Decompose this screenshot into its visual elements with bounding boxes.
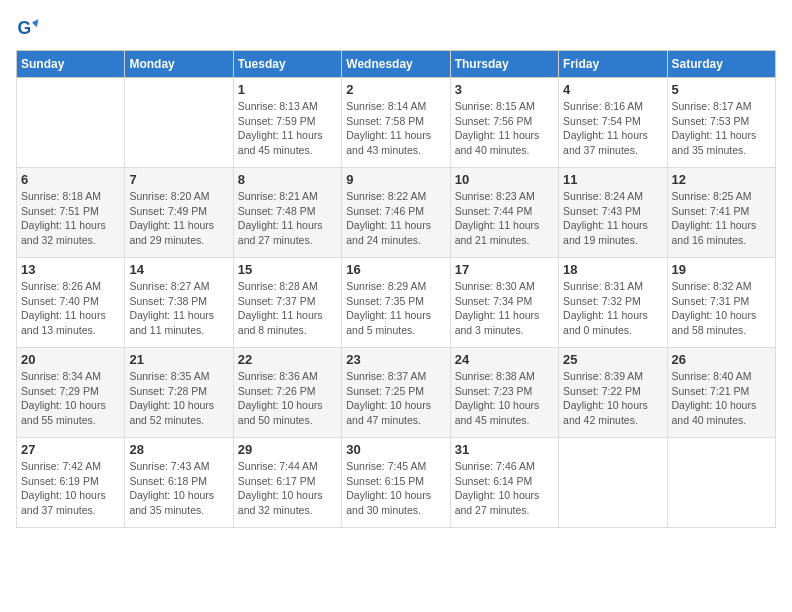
calendar-week-row: 1Sunrise: 8:13 AM Sunset: 7:59 PM Daylig… — [17, 78, 776, 168]
calendar-cell: 26Sunrise: 8:40 AM Sunset: 7:21 PM Dayli… — [667, 348, 775, 438]
day-info: Sunrise: 8:21 AM Sunset: 7:48 PM Dayligh… — [238, 189, 337, 248]
calendar-cell: 18Sunrise: 8:31 AM Sunset: 7:32 PM Dayli… — [559, 258, 667, 348]
day-number: 14 — [129, 262, 228, 277]
calendar-body: 1Sunrise: 8:13 AM Sunset: 7:59 PM Daylig… — [17, 78, 776, 528]
calendar-header-cell: Monday — [125, 51, 233, 78]
calendar-header-cell: Tuesday — [233, 51, 341, 78]
calendar-week-row: 20Sunrise: 8:34 AM Sunset: 7:29 PM Dayli… — [17, 348, 776, 438]
day-number: 7 — [129, 172, 228, 187]
day-number: 9 — [346, 172, 445, 187]
calendar-cell: 7Sunrise: 8:20 AM Sunset: 7:49 PM Daylig… — [125, 168, 233, 258]
day-info: Sunrise: 8:16 AM Sunset: 7:54 PM Dayligh… — [563, 99, 662, 158]
calendar-week-row: 13Sunrise: 8:26 AM Sunset: 7:40 PM Dayli… — [17, 258, 776, 348]
calendar-cell — [17, 78, 125, 168]
day-info: Sunrise: 8:40 AM Sunset: 7:21 PM Dayligh… — [672, 369, 771, 428]
day-info: Sunrise: 7:45 AM Sunset: 6:15 PM Dayligh… — [346, 459, 445, 518]
day-info: Sunrise: 8:26 AM Sunset: 7:40 PM Dayligh… — [21, 279, 120, 338]
day-info: Sunrise: 8:29 AM Sunset: 7:35 PM Dayligh… — [346, 279, 445, 338]
calendar-cell: 25Sunrise: 8:39 AM Sunset: 7:22 PM Dayli… — [559, 348, 667, 438]
day-number: 10 — [455, 172, 554, 187]
calendar-cell: 28Sunrise: 7:43 AM Sunset: 6:18 PM Dayli… — [125, 438, 233, 528]
day-number: 18 — [563, 262, 662, 277]
calendar-cell: 11Sunrise: 8:24 AM Sunset: 7:43 PM Dayli… — [559, 168, 667, 258]
calendar-cell: 20Sunrise: 8:34 AM Sunset: 7:29 PM Dayli… — [17, 348, 125, 438]
calendar-header-row: SundayMondayTuesdayWednesdayThursdayFrid… — [17, 51, 776, 78]
day-info: Sunrise: 8:13 AM Sunset: 7:59 PM Dayligh… — [238, 99, 337, 158]
day-info: Sunrise: 8:39 AM Sunset: 7:22 PM Dayligh… — [563, 369, 662, 428]
calendar-header-cell: Saturday — [667, 51, 775, 78]
calendar-cell — [559, 438, 667, 528]
logo: G — [16, 16, 44, 40]
calendar-cell: 31Sunrise: 7:46 AM Sunset: 6:14 PM Dayli… — [450, 438, 558, 528]
day-number: 28 — [129, 442, 228, 457]
day-number: 19 — [672, 262, 771, 277]
day-info: Sunrise: 8:14 AM Sunset: 7:58 PM Dayligh… — [346, 99, 445, 158]
calendar-cell: 19Sunrise: 8:32 AM Sunset: 7:31 PM Dayli… — [667, 258, 775, 348]
day-info: Sunrise: 8:38 AM Sunset: 7:23 PM Dayligh… — [455, 369, 554, 428]
calendar-week-row: 6Sunrise: 8:18 AM Sunset: 7:51 PM Daylig… — [17, 168, 776, 258]
calendar-cell: 5Sunrise: 8:17 AM Sunset: 7:53 PM Daylig… — [667, 78, 775, 168]
calendar-cell: 9Sunrise: 8:22 AM Sunset: 7:46 PM Daylig… — [342, 168, 450, 258]
calendar-cell: 8Sunrise: 8:21 AM Sunset: 7:48 PM Daylig… — [233, 168, 341, 258]
day-info: Sunrise: 8:31 AM Sunset: 7:32 PM Dayligh… — [563, 279, 662, 338]
day-info: Sunrise: 8:23 AM Sunset: 7:44 PM Dayligh… — [455, 189, 554, 248]
day-info: Sunrise: 8:24 AM Sunset: 7:43 PM Dayligh… — [563, 189, 662, 248]
day-number: 17 — [455, 262, 554, 277]
day-number: 2 — [346, 82, 445, 97]
calendar-cell: 21Sunrise: 8:35 AM Sunset: 7:28 PM Dayli… — [125, 348, 233, 438]
calendar-cell: 2Sunrise: 8:14 AM Sunset: 7:58 PM Daylig… — [342, 78, 450, 168]
day-info: Sunrise: 8:32 AM Sunset: 7:31 PM Dayligh… — [672, 279, 771, 338]
day-info: Sunrise: 8:15 AM Sunset: 7:56 PM Dayligh… — [455, 99, 554, 158]
day-number: 25 — [563, 352, 662, 367]
day-info: Sunrise: 8:30 AM Sunset: 7:34 PM Dayligh… — [455, 279, 554, 338]
day-number: 11 — [563, 172, 662, 187]
calendar-header-cell: Sunday — [17, 51, 125, 78]
day-number: 30 — [346, 442, 445, 457]
day-number: 13 — [21, 262, 120, 277]
day-number: 8 — [238, 172, 337, 187]
calendar-cell: 27Sunrise: 7:42 AM Sunset: 6:19 PM Dayli… — [17, 438, 125, 528]
day-number: 20 — [21, 352, 120, 367]
calendar-cell: 13Sunrise: 8:26 AM Sunset: 7:40 PM Dayli… — [17, 258, 125, 348]
day-info: Sunrise: 8:36 AM Sunset: 7:26 PM Dayligh… — [238, 369, 337, 428]
svg-text:G: G — [18, 18, 32, 38]
calendar-cell: 6Sunrise: 8:18 AM Sunset: 7:51 PM Daylig… — [17, 168, 125, 258]
day-info: Sunrise: 7:44 AM Sunset: 6:17 PM Dayligh… — [238, 459, 337, 518]
header: G — [16, 16, 776, 40]
day-number: 4 — [563, 82, 662, 97]
calendar-cell: 29Sunrise: 7:44 AM Sunset: 6:17 PM Dayli… — [233, 438, 341, 528]
calendar-cell: 14Sunrise: 8:27 AM Sunset: 7:38 PM Dayli… — [125, 258, 233, 348]
calendar-header-cell: Friday — [559, 51, 667, 78]
calendar-cell: 1Sunrise: 8:13 AM Sunset: 7:59 PM Daylig… — [233, 78, 341, 168]
day-number: 5 — [672, 82, 771, 97]
calendar-cell: 10Sunrise: 8:23 AM Sunset: 7:44 PM Dayli… — [450, 168, 558, 258]
day-info: Sunrise: 8:35 AM Sunset: 7:28 PM Dayligh… — [129, 369, 228, 428]
day-number: 16 — [346, 262, 445, 277]
calendar-cell — [667, 438, 775, 528]
calendar-cell: 17Sunrise: 8:30 AM Sunset: 7:34 PM Dayli… — [450, 258, 558, 348]
calendar-week-row: 27Sunrise: 7:42 AM Sunset: 6:19 PM Dayli… — [17, 438, 776, 528]
calendar-cell: 30Sunrise: 7:45 AM Sunset: 6:15 PM Dayli… — [342, 438, 450, 528]
calendar-cell: 24Sunrise: 8:38 AM Sunset: 7:23 PM Dayli… — [450, 348, 558, 438]
calendar-cell: 23Sunrise: 8:37 AM Sunset: 7:25 PM Dayli… — [342, 348, 450, 438]
day-number: 22 — [238, 352, 337, 367]
day-info: Sunrise: 7:43 AM Sunset: 6:18 PM Dayligh… — [129, 459, 228, 518]
day-info: Sunrise: 8:20 AM Sunset: 7:49 PM Dayligh… — [129, 189, 228, 248]
calendar-header-cell: Wednesday — [342, 51, 450, 78]
calendar-cell: 4Sunrise: 8:16 AM Sunset: 7:54 PM Daylig… — [559, 78, 667, 168]
calendar-cell: 15Sunrise: 8:28 AM Sunset: 7:37 PM Dayli… — [233, 258, 341, 348]
day-info: Sunrise: 8:27 AM Sunset: 7:38 PM Dayligh… — [129, 279, 228, 338]
day-info: Sunrise: 8:25 AM Sunset: 7:41 PM Dayligh… — [672, 189, 771, 248]
day-number: 21 — [129, 352, 228, 367]
day-info: Sunrise: 8:28 AM Sunset: 7:37 PM Dayligh… — [238, 279, 337, 338]
calendar-cell: 3Sunrise: 8:15 AM Sunset: 7:56 PM Daylig… — [450, 78, 558, 168]
calendar-header-cell: Thursday — [450, 51, 558, 78]
day-number: 12 — [672, 172, 771, 187]
calendar-table: SundayMondayTuesdayWednesdayThursdayFrid… — [16, 50, 776, 528]
day-number: 15 — [238, 262, 337, 277]
day-info: Sunrise: 8:18 AM Sunset: 7:51 PM Dayligh… — [21, 189, 120, 248]
day-info: Sunrise: 7:46 AM Sunset: 6:14 PM Dayligh… — [455, 459, 554, 518]
day-number: 3 — [455, 82, 554, 97]
day-info: Sunrise: 8:22 AM Sunset: 7:46 PM Dayligh… — [346, 189, 445, 248]
day-info: Sunrise: 7:42 AM Sunset: 6:19 PM Dayligh… — [21, 459, 120, 518]
